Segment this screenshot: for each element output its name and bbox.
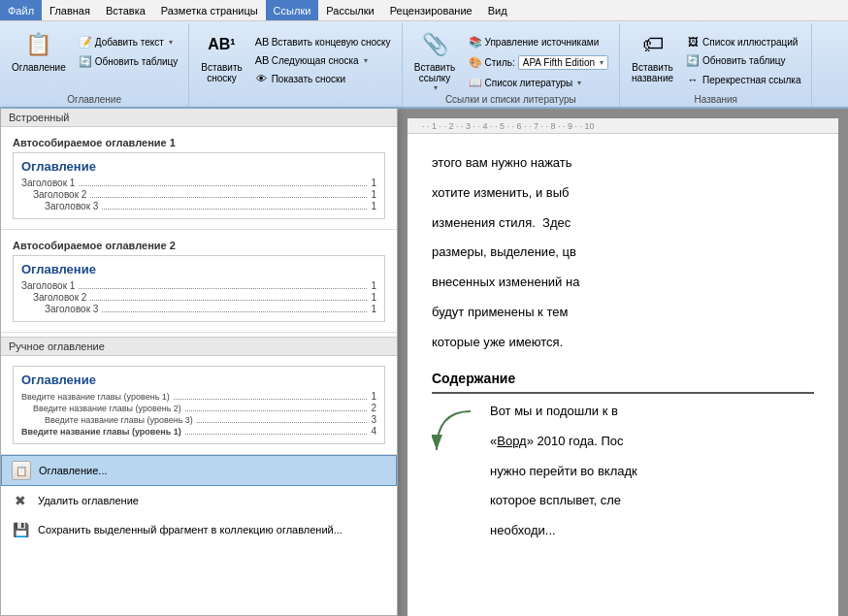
manual-entry1: Введите название главы (уровень 1) 1 (21, 391, 376, 402)
ruler: · · 1 · · 2 · · 3 · · 4 · · 5 · · 6 · · … (408, 118, 838, 134)
toc1-e3-text: Заголовок 3 (45, 201, 98, 211)
update-table-icon: 🔄 (79, 55, 92, 68)
citation-icon: 📎 (419, 29, 450, 60)
menu-file[interactable]: Файл (0, 0, 42, 20)
doc-para-11: которое всплывет, сле (490, 491, 637, 511)
bibliography-arrow: ▾ (577, 79, 581, 87)
style-selector[interactable]: APA Fifth Edition ▾ (518, 55, 608, 70)
update-captions-button[interactable]: 🔄 Обновить таблицу (681, 51, 805, 70)
bibliography-button[interactable]: 📖 Список литературы ▾ (464, 74, 614, 92)
insert-footnote-button[interactable]: AB¹ Вставитьсноску (195, 25, 247, 87)
manual-entry3: Введите название главы (уровень 3) 3 (45, 414, 376, 425)
toc1-entry1: Заголовок 1 1 (21, 178, 376, 188)
citation-label: Вставитьссылку (414, 62, 455, 83)
manage-sources-button[interactable]: 📚 Управление источниками (464, 33, 614, 51)
manual-toc-title: Оглавление (21, 373, 376, 387)
style-prefix-label: Стиль: (485, 57, 515, 68)
menu-mailings[interactable]: Рассылки (318, 0, 381, 20)
insert-endnote-button[interactable]: AB Вставить концевую сноску (250, 33, 396, 50)
toc1-e2-page: 1 (371, 189, 376, 200)
cross-ref-label: Перекрестная ссылка (702, 75, 800, 85)
add-text-icon: 📝 (79, 36, 92, 49)
endnote-icon: AB (255, 36, 269, 48)
show-fn-icon: 👁 (255, 73, 269, 84)
toc2-e1-text: Заголовок 1 (21, 280, 75, 291)
toc2-title: Оглавление (21, 262, 376, 276)
toc2-entry3: Заголовок 3 1 (45, 304, 376, 314)
toc-button[interactable]: 📋 Оглавление (6, 25, 72, 77)
cross-ref-icon: ↔ (686, 74, 700, 85)
menu-home[interactable]: Главная (42, 0, 98, 20)
save-toc-icon: 💾 (11, 520, 30, 539)
show-footnotes-button[interactable]: 👁 Показать сноски (250, 70, 396, 87)
menu-bar: Файл Главная Вставка Разметка страницы С… (0, 0, 848, 21)
doc-para-1: этого вам нужно нажать (432, 153, 814, 174)
next-footnote-button[interactable]: AB Следующая сноска ▾ (250, 51, 396, 69)
toc2-e3-dots (102, 311, 367, 312)
remove-toc-label: Удалить оглавление (38, 495, 139, 506)
manual-section-header: Ручное оглавление (1, 337, 397, 356)
bibliography-icon: 📖 (469, 77, 482, 89)
doc-para-2: хотите изменить, и выб (432, 183, 814, 204)
toc-icon: 📋 (23, 29, 54, 60)
cross-ref-button[interactable]: ↔ Перекрестная ссылка (681, 71, 805, 88)
auto-toc-2-title: Автособираемое оглавление 2 (13, 238, 385, 253)
menu-references[interactable]: Ссылки (266, 0, 319, 20)
toc-label: Оглавление (12, 62, 66, 73)
manual-e4-text: Введите название главы (уровень 1) (21, 427, 181, 437)
toc1-e2-text: Заголовок 2 (33, 189, 86, 200)
doc-para-6: будут применены к тем (432, 303, 814, 323)
manual-e1-text: Введите название главы (уровень 1) (21, 392, 170, 402)
toc2-e2-text: Заголовок 2 (33, 292, 86, 303)
next-fn-icon: AB (255, 54, 269, 66)
style-dropdown[interactable]: 🎨 Стиль: APA Fifth Edition ▾ (464, 52, 614, 73)
toc-dropdown-panel: Встроенный Автособираемое оглавление 1 О… (0, 109, 398, 616)
auto-toc-1-title: Автособираемое оглавление 1 (13, 135, 385, 150)
toc1-entry3: Заголовок 3 1 (45, 201, 376, 211)
toc1-e3-dots (102, 209, 367, 210)
save-toc-menu-item[interactable]: 💾 Сохранить выделенный фрагмент в коллек… (1, 515, 397, 544)
doc-para-7: которые уже имеются. (432, 333, 814, 353)
menu-view[interactable]: Вид (480, 0, 515, 20)
bibliography-label: Список литературы (485, 78, 573, 88)
toc2-entry2: Заголовок 2 1 (33, 292, 376, 303)
doc-text-block2: Вот мы и подошли к в «Ворд» 2010 года. П… (490, 402, 637, 551)
toc1-e2-dots (90, 197, 367, 198)
next-fn-arrow: ▾ (364, 56, 368, 65)
manual-e2-text: Введите название главы (уровень 2) (33, 404, 181, 413)
toc2-e3-text: Заголовок 3 (45, 304, 98, 314)
add-text-button[interactable]: 📝 Добавить текст ▾ (74, 33, 183, 51)
manual-e1-dots (174, 399, 368, 400)
toc-dialog-menu-item[interactable]: 📋 Оглавление... (1, 455, 397, 486)
ribbon: 📋 Оглавление 📝 Добавить текст ▾ 🔄 Обнови… (0, 21, 848, 109)
remove-toc-icon: ✖ (11, 491, 30, 510)
auto-toc-1-preview[interactable]: Автособираемое оглавление 1 Оглавление З… (1, 127, 397, 230)
caption-icon: 🏷 (637, 29, 669, 60)
remove-toc-menu-item[interactable]: ✖ Удалить оглавление (1, 486, 397, 515)
captions-small-buttons: 🖼 Список иллюстраций 🔄 Обновить таблицу … (681, 25, 805, 88)
illustrations-button[interactable]: 🖼 Список иллюстраций (681, 33, 805, 50)
illustrations-icon: 🖼 (686, 36, 700, 48)
auto-toc-2-preview[interactable]: Автособираемое оглавление 2 Оглавление З… (1, 230, 397, 333)
manual-toc-preview[interactable]: Оглавление Введите название главы (урове… (1, 356, 397, 455)
insert-caption-button[interactable]: 🏷 Вставитьназвание (626, 25, 679, 87)
insert-citation-button[interactable]: 📎 Вставитьссылку ▾ (408, 25, 462, 96)
sources-label: Управление источниками (485, 37, 600, 48)
ribbon-footnotes-buttons: AB¹ Вставитьсноску AB Вставить концевую … (195, 25, 395, 107)
show-fn-label: Показать сноски (272, 74, 345, 84)
menu-insert[interactable]: Вставка (98, 0, 153, 20)
toc1-title: Оглавление (21, 159, 376, 174)
menu-review[interactable]: Рецензирование (382, 0, 480, 20)
document-page[interactable]: этого вам нужно нажать хотите изменить, … (408, 134, 838, 616)
doc-para-12: необходи... (490, 521, 637, 541)
menu-page-layout[interactable]: Разметка страницы (153, 0, 266, 20)
update-cap-icon: 🔄 (686, 54, 700, 67)
manual-e4-dots (185, 434, 368, 435)
doc-para-10: нужно перейти во вкладк (490, 462, 637, 482)
footnote-label: Вставитьсноску (201, 62, 242, 83)
toc-small-buttons: 📝 Добавить текст ▾ 🔄 Обновить таблицу (74, 25, 183, 71)
footnote-small-buttons: AB Вставить концевую сноску AB Следующая… (250, 25, 396, 87)
toc-dialog-label: Оглавление... (39, 465, 108, 476)
update-table-button[interactable]: 🔄 Обновить таблицу (74, 52, 183, 71)
doc-para-9: «Ворд» 2010 года. Пос (490, 432, 637, 452)
